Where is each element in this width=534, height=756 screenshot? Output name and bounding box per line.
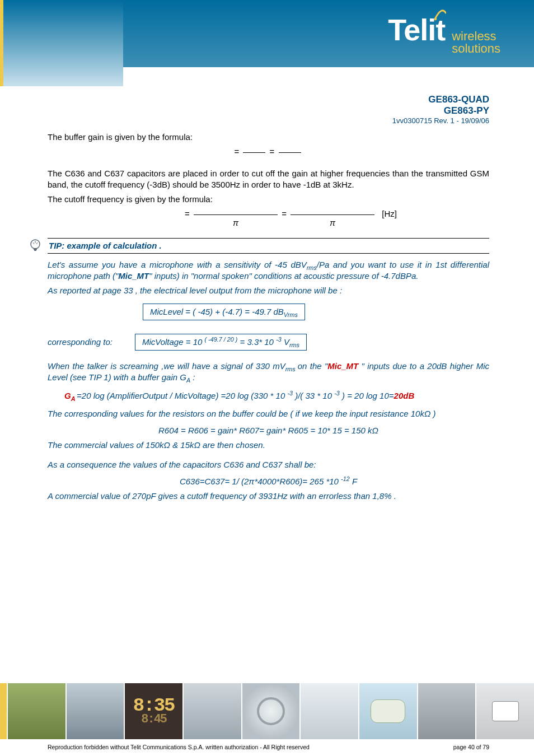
revision-line: 1vv0300715 Rev. 1 - 19/09/06 — [392, 116, 489, 125]
box2-exp2: -3 — [276, 336, 282, 343]
logo-swoosh-icon — [434, 9, 446, 21]
tip-p1-c: " inputs) in "normal spoken" conditions … — [149, 271, 418, 281]
footer-image-strip: 8:35 8:45 — [0, 683, 534, 739]
ga-equation: GA =20 log (AmplifierOutput / MicVoltage… — [64, 390, 489, 402]
footer-cell-1 — [7, 683, 65, 739]
logo-sub-line1: wireless — [452, 30, 500, 43]
tip-heading-text: TIP: example of calculation . — [49, 241, 162, 250]
logo-subtitle: wireless solutions — [452, 30, 500, 55]
footer-cell-clock: 8:35 8:45 — [124, 683, 182, 739]
box2-exp1: ( -49.7 / 20 ) — [205, 336, 238, 343]
box1-sub: Vrms — [284, 311, 298, 318]
clock-digits: 8:35 8:45 — [133, 697, 175, 725]
footer-cell-5 — [241, 683, 300, 739]
c-equation: C636=C637= 1/ (2π*4000*R606)= 265 *10 -1… — [48, 476, 489, 487]
ga-label: G — [64, 391, 71, 400]
sub-rms-1: rms — [307, 264, 317, 271]
tip-p1-mic: Mic_MT — [118, 271, 149, 281]
footer-cell-2 — [65, 683, 124, 739]
fraction-bar-1 — [243, 152, 265, 153]
clock-line-1: 8:35 — [133, 697, 175, 715]
ga-sub: A — [71, 395, 77, 402]
tip-heading-box: TIP: example of calculation . — [48, 238, 489, 254]
para-buffer-gain: The buffer gain is given by the formula: — [48, 132, 489, 143]
footer-cell-9 — [475, 683, 534, 739]
r-equation: R604 = R606 = gain* R607= gain* R605 = 1… — [48, 425, 489, 436]
box-miclevel: MicLevel = ( -45) + (-4.7) = -49.7 dBVrm… — [143, 304, 305, 320]
box-miclevel-wrap: MicLevel = ( -45) + (-4.7) = -49.7 dBVrm… — [143, 300, 489, 324]
tip-para-5: The commercial values of 150kΩ & 15kΩ ar… — [48, 440, 489, 451]
para-cutoff: The cutoff frequency is given by the for… — [48, 194, 489, 205]
box2-c: V — [282, 337, 289, 347]
logo: Telit wireless solutions — [388, 12, 500, 55]
fraction-bar-2 — [279, 152, 301, 153]
tip-p3-a: When the talker is screaming ,we will ha… — [48, 361, 285, 371]
footer-copyright: Reproduction forbidden without Telit Com… — [48, 744, 310, 750]
box1-text: MicLevel = ( -45) + (-4.7) = -49.7 dB — [150, 307, 284, 316]
unit-hz: [Hz] — [382, 208, 397, 220]
corresponding-row: corresponding to: MicVoltage = 10 ( -49.… — [48, 330, 489, 354]
c-eq-b: F — [350, 477, 357, 486]
box-micvoltage: MicVoltage = 10 ( -49.7 / 20 ) = 3.3* 10… — [135, 334, 307, 351]
clock-line-2: 8:45 — [133, 714, 175, 725]
tip-para-6: As a consequence the values of the capac… — [48, 459, 489, 470]
c-eq-exp: -12 — [341, 475, 350, 482]
tip-p3-mic: Mic_MT — [327, 361, 358, 371]
corresponding-label: corresponding to: — [48, 337, 113, 348]
footer-cell-8 — [417, 683, 476, 739]
formula-buffer-gain: = = — [48, 146, 489, 157]
ga-result: 20dB — [394, 391, 415, 400]
footer-page-number: page 40 of 79 — [453, 744, 489, 750]
eq-sign-1: = — [234, 147, 239, 156]
fraction-bar-pi-2 — [291, 214, 374, 215]
tip-para-4: The corresponding values for the resisto… — [48, 408, 489, 419]
formula-cutoff: = = [Hz] — [92, 208, 489, 220]
tip-heading-row: TIP: example of calculation . — [27, 238, 489, 254]
c-eq-a: C636=C637= 1/ (2π*4000*R606)= 265 *10 — [180, 477, 341, 486]
eq-sign-4: = — [282, 209, 287, 218]
lightbulb-icon — [27, 238, 43, 254]
tip-p3-b: on the " — [298, 361, 327, 371]
logo-wordmark: Telit — [388, 12, 445, 47]
tip-para-1: Let's assume you have a microphone with … — [48, 259, 489, 282]
eq-sign-3: = — [185, 209, 190, 218]
svg-point-0 — [434, 18, 437, 20]
tip-p1-a: Let's assume you have a microphone with … — [48, 260, 307, 269]
footer-cell-6 — [299, 683, 358, 739]
ga-mid: )/( 33 * 10 — [293, 391, 334, 400]
ga-exp1: -3 — [287, 390, 293, 396]
ga-exp2: -3 — [334, 390, 340, 396]
tip-para-3: When the talker is screaming ,we will ha… — [48, 361, 489, 384]
box2-b: = 3.3* 10 — [237, 337, 276, 347]
footer-yellow-bar — [0, 683, 7, 739]
footer-cell-7 — [358, 683, 417, 739]
para-capacitors: The C636 and C637 capacitors are placed … — [48, 168, 489, 191]
ga-eq: =20 log (AmplifierOutput / MicVoltage) =… — [77, 391, 287, 400]
fraction-bar-pi-1 — [194, 214, 278, 215]
ga-end: ) = 20 log 10= — [340, 391, 394, 400]
tip-para-2: As reported at page 33 , the electrical … — [48, 285, 489, 296]
box2-sub: rms — [289, 342, 299, 348]
page-header: Telit wireless solutions — [0, 0, 534, 86]
sub-rms-2: rms — [285, 366, 298, 372]
eq-sign-2: = — [270, 147, 275, 156]
header-right-band: Telit wireless solutions — [123, 0, 534, 67]
page-content: The buffer gain is given by the formula:… — [48, 132, 489, 505]
model-line-2: GE863-PY — [392, 105, 489, 116]
footer-text-row: Reproduction forbidden without Telit Com… — [48, 744, 489, 750]
document-header: GE863-QUAD GE863-PY 1vv0300715 Rev. 1 - … — [392, 94, 489, 125]
logo-sub-line2: solutions — [452, 43, 500, 55]
box2-a: MicVoltage = 10 — [142, 337, 205, 347]
tip-para-7: A commercial value of 270pF gives a cuto… — [48, 491, 489, 502]
footer-cell-4 — [182, 683, 241, 739]
tip-p3-d: : — [190, 372, 195, 382]
model-line-1: GE863-QUAD — [392, 94, 489, 105]
header-left-stripe — [0, 0, 123, 86]
